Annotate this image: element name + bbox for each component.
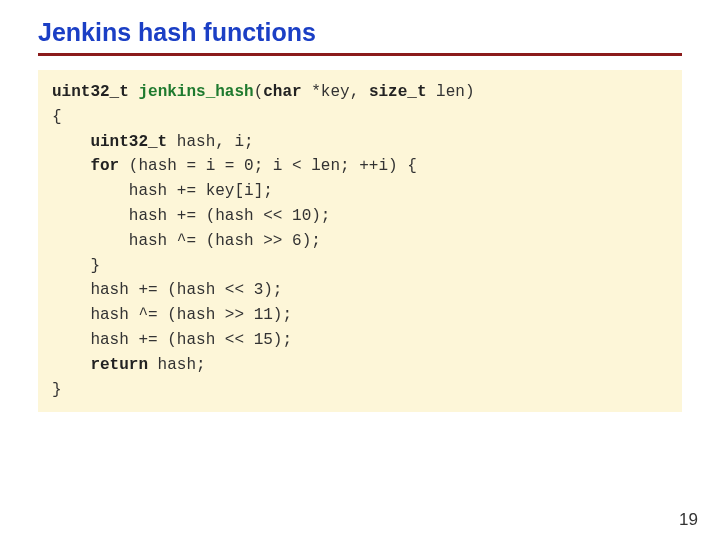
code-text: hash, i; xyxy=(167,133,253,151)
code-line: } xyxy=(52,381,62,399)
keyword-uint32: uint32_t xyxy=(90,133,167,151)
title-divider xyxy=(38,53,682,56)
code-text xyxy=(52,356,90,374)
code-text: ( xyxy=(254,83,264,101)
code-line: hash += (hash << 3); xyxy=(52,281,282,299)
code-line: hash += key[i]; xyxy=(52,182,273,200)
code-line: hash += (hash << 10); xyxy=(52,207,330,225)
code-line: } xyxy=(52,257,100,275)
keyword-return: return xyxy=(90,356,148,374)
code-text: hash; xyxy=(148,356,206,374)
code-block: uint32_t jenkins_hash(char *key, size_t … xyxy=(38,70,682,412)
code-text: len) xyxy=(426,83,474,101)
keyword-char: char xyxy=(263,83,301,101)
function-name: jenkins_hash xyxy=(138,83,253,101)
code-text: (hash = i = 0; i < len; ++i) { xyxy=(119,157,417,175)
code-text xyxy=(52,157,90,175)
code-line: { xyxy=(52,108,62,126)
slide-container: Jenkins hash functions uint32_t jenkins_… xyxy=(0,0,720,540)
page-number: 19 xyxy=(679,510,698,530)
keyword-sizet: size_t xyxy=(369,83,427,101)
code-line: hash ^= (hash >> 11); xyxy=(52,306,292,324)
code-text xyxy=(52,133,90,151)
keyword-for: for xyxy=(90,157,119,175)
code-line: hash += (hash << 15); xyxy=(52,331,292,349)
slide-title: Jenkins hash functions xyxy=(38,18,682,47)
keyword-uint32-return: uint32_t xyxy=(52,83,129,101)
code-text: *key, xyxy=(302,83,369,101)
code-line: hash ^= (hash >> 6); xyxy=(52,232,321,250)
